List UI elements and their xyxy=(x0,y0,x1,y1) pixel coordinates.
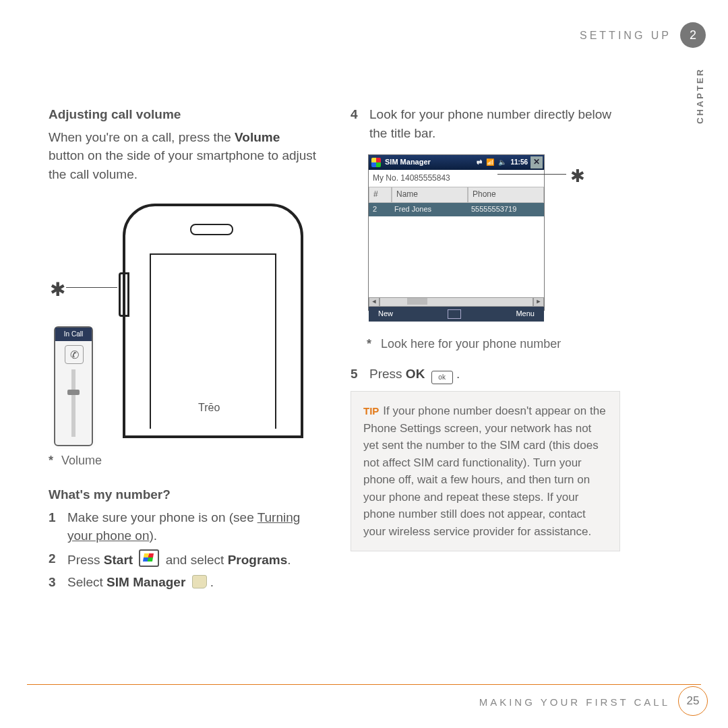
volume-button-side xyxy=(119,272,129,317)
sync-icon: ⇄ xyxy=(477,158,482,168)
callout-line xyxy=(66,287,117,288)
scroll-left-icon: ◄ xyxy=(369,297,380,307)
step-body: Press Start and select Programs. xyxy=(67,549,318,570)
cell-phone: 55555553719 xyxy=(467,203,544,216)
close-icon: ✕ xyxy=(530,156,543,169)
ok-button-icon: ok xyxy=(431,371,453,384)
text: When you're on a call, press the xyxy=(49,130,235,144)
clock-text: 11:56 xyxy=(510,158,528,168)
step-number: 1 xyxy=(49,508,59,545)
step-1: 1 Make sure your phone is on (see Turnin… xyxy=(49,508,318,545)
step-body: Make sure your phone is on (see Turning … xyxy=(67,508,318,545)
text: Make sure your phone is on (see xyxy=(67,510,257,524)
scroll-right-icon: ► xyxy=(533,297,544,307)
volume-slider-thumb xyxy=(67,390,80,395)
phone-icon: ✆ xyxy=(65,345,84,364)
phone-body-outline: Trēo xyxy=(123,204,303,438)
right-column: 4 Look for your phone number directly be… xyxy=(351,105,620,551)
scroll-thumb xyxy=(407,298,427,305)
footer-rule xyxy=(27,684,701,685)
volume-icon: 🔈 xyxy=(498,158,506,168)
step-body: Press OK ok . xyxy=(369,365,620,384)
scroll-track xyxy=(380,297,533,307)
step-body: Select SIM Manager . xyxy=(67,573,318,592)
left-column: Adjusting call volume When you're on a c… xyxy=(49,105,318,596)
text: . xyxy=(287,553,291,567)
step-5: 5 Press OK ok . xyxy=(351,365,620,384)
tip-box: TIPIf your phone number doesn't appear o… xyxy=(351,391,620,551)
scrollbar: ◄ ► xyxy=(369,297,544,307)
softkey-menu: Menu xyxy=(516,309,535,320)
in-call-title: In Call xyxy=(55,328,92,341)
text: Select xyxy=(67,575,107,589)
step-number: 5 xyxy=(351,365,361,384)
page-number-badge: 25 xyxy=(678,686,708,716)
phone-screen: Trēo xyxy=(150,253,276,429)
step-2: 2 Press Start and select Programs. xyxy=(49,549,318,570)
my-number-row: My No. 14085555843 xyxy=(369,170,544,187)
sim-manager-icon xyxy=(192,575,207,588)
softkey-new: New xyxy=(378,309,393,320)
phone-illustration: Trēo ✱ In Call ✆ xyxy=(49,197,318,446)
footer-section: MAKING YOUR FIRST CALL xyxy=(479,696,670,708)
tip-body: If your phone number doesn't appear on t… xyxy=(363,404,606,538)
programs-bold: Programs xyxy=(228,553,288,567)
sim-table-body xyxy=(369,216,544,297)
chapter-side-label: CHAPTER xyxy=(695,67,705,124)
signal-icon: 📶 xyxy=(486,158,494,168)
text: Press xyxy=(67,553,104,567)
asterisk-icon: ✱ xyxy=(570,164,585,189)
sim-title-text: SIM Manager xyxy=(385,157,431,168)
text: ). xyxy=(150,528,158,543)
heading-my-number: What's my number? xyxy=(49,485,318,504)
steps-list-cont: 4 Look for your phone number directly be… xyxy=(351,105,620,142)
caption-text: Volume xyxy=(61,454,102,467)
step-4: 4 Look for your phone number directly be… xyxy=(351,105,620,142)
callout-line xyxy=(497,174,566,175)
step-3: 3 Select SIM Manager . xyxy=(49,573,318,592)
phone-logo: Trēo xyxy=(198,400,220,415)
caption-text: Look here for your phone number xyxy=(381,337,561,351)
tip-label: TIP xyxy=(363,405,383,417)
start-flag-icon xyxy=(371,158,381,167)
step-number: 4 xyxy=(351,105,361,142)
start-bold: Start xyxy=(104,553,133,567)
heading-adjust-volume: Adjusting call volume xyxy=(49,105,318,124)
chapter-badge: 2 xyxy=(680,22,706,48)
in-call-volume-popup: In Call ✆ xyxy=(54,326,93,446)
cell-name: Fred Jones xyxy=(390,203,467,216)
step-number: 3 xyxy=(49,573,59,592)
ok-bold: OK xyxy=(406,367,425,381)
caption-look-here: *Look here for your phone number xyxy=(367,335,620,353)
keyboard-icon xyxy=(448,309,461,319)
volume-slider-track xyxy=(71,369,75,437)
text: . xyxy=(207,575,214,589)
text: button on the side of your smartphone to… xyxy=(49,148,316,181)
section-header: SETTING UP xyxy=(580,30,671,42)
step-number: 2 xyxy=(49,549,59,570)
text: . xyxy=(453,367,460,381)
adjust-volume-body: When you're on a call, press the Volume … xyxy=(49,128,318,184)
cell-num: 2 xyxy=(369,203,390,216)
asterisk-icon: * xyxy=(49,454,61,467)
sim-table-row: 2 Fred Jones 55555553719 xyxy=(369,203,544,216)
phone-speaker xyxy=(190,224,233,235)
step-body: Look for your phone number directly belo… xyxy=(369,105,620,142)
text: Press xyxy=(369,367,406,381)
col-phone: Phone xyxy=(468,187,544,202)
sim-manager-bold: SIM Manager xyxy=(107,575,185,589)
sim-manager-screenshot: SIM Manager ⇄ 📶 🔈 11:56 ✕ My No. 1408555… xyxy=(368,154,611,330)
asterisk-icon: ✱ xyxy=(50,276,65,304)
caption-volume: *Volume xyxy=(49,452,318,469)
text: and select xyxy=(166,553,228,567)
status-icons: ⇄ 📶 🔈 11:56 xyxy=(477,158,528,168)
softkey-bar: New Menu xyxy=(369,307,544,322)
col-hash: # xyxy=(369,187,392,202)
sim-window: SIM Manager ⇄ 📶 🔈 11:56 ✕ My No. 1408555… xyxy=(368,154,545,311)
sim-titlebar: SIM Manager ⇄ 📶 🔈 11:56 ✕ xyxy=(369,155,544,170)
windows-key-icon xyxy=(139,549,159,567)
col-name: Name xyxy=(392,187,468,202)
asterisk-icon: * xyxy=(367,337,381,351)
volume-bold: Volume xyxy=(235,130,280,144)
sim-table-header: # Name Phone xyxy=(369,187,544,202)
